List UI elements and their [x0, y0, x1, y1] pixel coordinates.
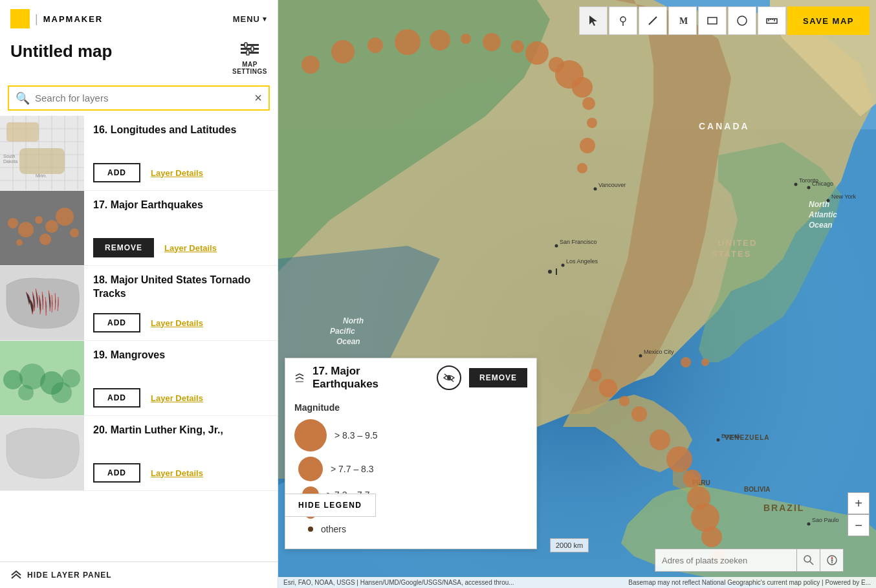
search-input[interactable]: [35, 93, 249, 103]
legend-panel: 17. Major Earthquakes REMOVE Magnitude >…: [285, 358, 537, 549]
map-settings-button[interactable]: MAPSETTINGS: [232, 41, 267, 75]
search-icon: [804, 555, 814, 565]
svg-point-118: [804, 556, 811, 562]
layer-info: 17. Major Earthquakes REMOVE Layer Detai…: [84, 191, 278, 265]
svg-rect-3: [241, 52, 259, 54]
menu-button[interactable]: MENU ▾: [233, 14, 267, 24]
layer-info: 18. Major United States Tornado Tracks A…: [84, 266, 278, 340]
svg-point-60: [794, 183, 798, 186]
svg-point-97: [666, 446, 692, 472]
layer-details-link[interactable]: Layer Details: [151, 468, 203, 478]
rectangle-tool-button[interactable]: [698, 6, 727, 35]
svg-text:Mexico City: Mexico City: [644, 349, 674, 355]
layer-actions: ADD Layer Details: [93, 313, 268, 332]
layer-details-link[interactable]: Layer Details: [164, 243, 217, 253]
svg-point-26: [18, 222, 34, 237]
layer-details-link[interactable]: Layer Details: [151, 168, 203, 178]
layer-info: 16. Longitudes and Latitudes ADD Layer D…: [84, 116, 278, 190]
svg-rect-6: [246, 50, 249, 55]
svg-point-81: [461, 34, 471, 44]
svg-point-66: [555, 245, 558, 248]
app-name: MAPMAKER: [43, 14, 104, 24]
layer-item: 17. Major Earthquakes REMOVE Layer Detai…: [0, 191, 278, 266]
line-tool-button[interactable]: [639, 6, 667, 35]
text-tool-button[interactable]: M: [668, 6, 697, 35]
svg-text:North: North: [809, 200, 829, 209]
svg-text:New York: New York: [831, 193, 857, 200]
layer-actions: ADD Layer Details: [93, 388, 268, 408]
svg-text:M: M: [679, 16, 688, 26]
svg-point-107: [620, 17, 626, 22]
magnitude-range: > 8.3 – 9.5: [334, 430, 378, 441]
search-icon: 🔍: [16, 91, 30, 105]
select-tool-button[interactable]: [579, 6, 608, 35]
remove-layer-button[interactable]: REMOVE: [93, 238, 154, 257]
hide-panel-label: HIDE LAYER PANEL: [27, 571, 112, 580]
compass-button[interactable]: [820, 549, 844, 572]
magnitude-circle: [308, 527, 313, 532]
layer-name: 18. Major United States Tornado Tracks: [93, 274, 268, 301]
magnitude-circle: [294, 419, 327, 452]
svg-point-80: [430, 30, 450, 50]
circle-tool-button[interactable]: [728, 6, 756, 35]
collapse-panel-icon: [10, 569, 22, 582]
magnitude-range: > 7.7 – 8.3: [331, 464, 374, 474]
location-search-input[interactable]: [655, 549, 797, 572]
layer-details-link[interactable]: Layer Details: [151, 318, 203, 328]
svg-point-96: [650, 430, 670, 450]
measure-tool-button[interactable]: [758, 6, 786, 35]
search-clear-button[interactable]: ×: [254, 91, 262, 105]
map-settings-label: MAPSETTINGS: [232, 61, 267, 75]
svg-line-119: [810, 561, 813, 565]
svg-point-110: [738, 16, 747, 25]
svg-point-27: [35, 216, 43, 224]
add-layer-button[interactable]: ADD: [93, 163, 140, 182]
magnitude-range: others: [321, 524, 346, 534]
menu-chevron-icon: ▾: [263, 15, 267, 23]
map-title: Untitled map: [10, 41, 112, 61]
logo-area: | MAPMAKER: [10, 9, 103, 28]
svg-text:Dakota: Dakota: [3, 159, 17, 164]
zoom-in-button[interactable]: +: [848, 492, 870, 514]
svg-text:North: North: [343, 316, 364, 325]
magnitude-label: Magnitude: [294, 402, 527, 413]
layer-thumbnail: [0, 416, 84, 490]
layer-details-link[interactable]: Layer Details: [151, 393, 203, 403]
menu-label: MENU: [233, 14, 260, 24]
map-area: CANADA UNITED STATES North Pacific Ocean…: [278, 0, 876, 588]
hide-legend-button[interactable]: HIDE LEGEND: [285, 494, 376, 517]
svg-text:Atlantic: Atlantic: [808, 210, 837, 219]
map-title-area: Untitled map MAPSETTINGS: [0, 35, 278, 80]
svg-point-87: [572, 77, 593, 98]
svg-point-79: [395, 29, 421, 55]
svg-point-64: [807, 186, 811, 190]
legend-visibility-button[interactable]: [437, 365, 461, 390]
save-map-button[interactable]: SAVE MAP: [787, 6, 870, 35]
svg-text:STATES: STATES: [712, 249, 751, 259]
add-layer-button[interactable]: ADD: [93, 388, 140, 408]
header: | MAPMAKER MENU ▾: [0, 0, 278, 35]
legend-body: Magnitude > 8.3 – 9.5 > 7.7 – 8.3 > 7.3 …: [285, 397, 536, 549]
compass-icon: [827, 555, 837, 565]
svg-text:Los Angeles: Los Angeles: [566, 258, 598, 265]
svg-text:Vancouver: Vancouver: [598, 182, 626, 188]
add-layer-button[interactable]: ADD: [93, 463, 140, 483]
pin-tool-button[interactable]: [609, 6, 637, 35]
svg-point-89: [587, 118, 597, 128]
svg-point-106: [548, 270, 552, 274]
location-search-button[interactable]: [797, 549, 820, 572]
svg-text:UNITED: UNITED: [718, 238, 757, 248]
legend-collapse-button[interactable]: [294, 373, 305, 382]
ng-logo-icon: [10, 9, 30, 28]
scale-value: 2000 km: [556, 541, 583, 549]
search-area: 🔍 ×: [0, 80, 278, 116]
zoom-out-button[interactable]: −: [848, 514, 870, 536]
svg-point-77: [331, 40, 355, 63]
legend-entry: > 8.3 – 9.5: [294, 419, 527, 452]
layer-info: 19. Mangroves ADD Layer Details: [84, 341, 278, 415]
svg-point-39: [18, 385, 34, 400]
svg-point-28: [45, 220, 58, 233]
legend-remove-button[interactable]: REMOVE: [469, 368, 527, 387]
add-layer-button[interactable]: ADD: [93, 313, 140, 332]
bottom-bar[interactable]: HIDE LAYER PANEL: [0, 561, 278, 588]
